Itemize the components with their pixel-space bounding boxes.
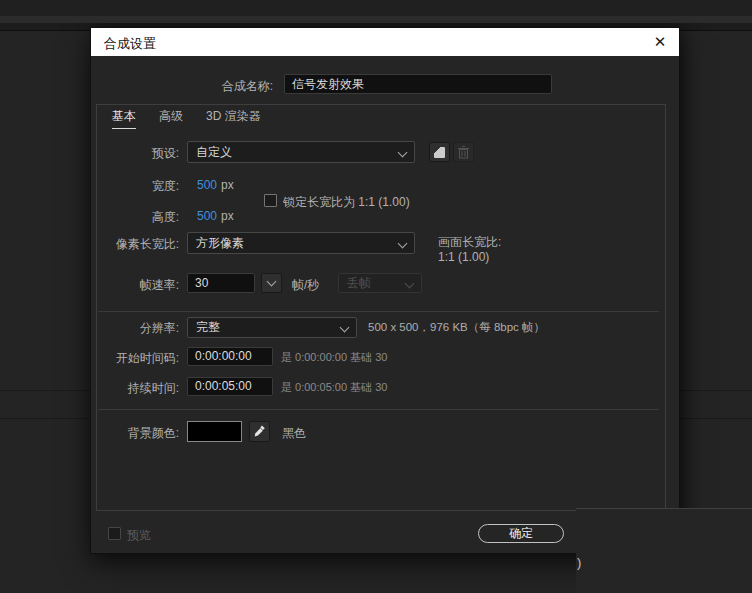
eyedropper-icon xyxy=(253,425,266,438)
width-value[interactable]: 500 xyxy=(197,178,217,192)
chevron-down-icon xyxy=(405,279,415,289)
timeline-bottom-edge xyxy=(0,0,752,16)
save-preset-button[interactable] xyxy=(429,142,450,162)
lock-aspect-checkbox[interactable] xyxy=(264,194,277,207)
trash-icon xyxy=(458,146,469,159)
drop-frames-value: 丢帧 xyxy=(347,276,371,290)
eyedropper-button[interactable] xyxy=(249,421,270,442)
duration-label: 持续时间: xyxy=(91,380,179,397)
pixel-aspect-label: 像素长宽比: xyxy=(91,236,179,253)
foreground-panel-corner: ) xyxy=(576,508,752,593)
start-timecode-info: 是 0:00:00:00 基础 30 xyxy=(281,350,387,365)
frame-rate-input[interactable]: 30 xyxy=(187,273,255,293)
frame-aspect-label: 画面长宽比: xyxy=(438,234,501,251)
height-unit: px xyxy=(221,209,234,223)
duration-input[interactable]: 0:00:05:00 xyxy=(187,377,273,396)
frame-rate-preset-button[interactable] xyxy=(261,273,282,293)
resolution-dropdown[interactable]: 完整 xyxy=(187,317,357,338)
resolution-info: 500 x 500，976 KB（每 8bpc 帧） xyxy=(368,320,545,335)
chevron-down-icon xyxy=(398,148,408,158)
preview-checkbox xyxy=(108,527,121,540)
settings-groupbox xyxy=(96,104,666,511)
delete-preset-button xyxy=(453,142,474,162)
preset-dropdown[interactable]: 自定义 xyxy=(187,141,415,163)
frame-aspect-value: 1:1 (1.00) xyxy=(438,250,489,264)
drop-frames-dropdown: 丢帧 xyxy=(338,273,422,293)
frame-rate-label: 帧速率: xyxy=(91,277,179,294)
start-timecode-input[interactable]: 0:00:00:00 xyxy=(187,347,273,366)
tab-3d-renderer[interactable]: 3D 渲染器 xyxy=(206,108,261,129)
width-unit: px xyxy=(221,178,234,192)
height-value[interactable]: 500 xyxy=(197,209,217,223)
chevron-down-icon xyxy=(267,277,277,287)
preview-label: 预览 xyxy=(127,527,151,544)
section-divider xyxy=(98,311,659,312)
height-label: 高度: xyxy=(91,209,179,226)
pixel-aspect-dropdown[interactable]: 方形像素 xyxy=(187,232,415,254)
tab-basic[interactable]: 基本 xyxy=(112,108,136,129)
bg-color-name: 黑色 xyxy=(282,425,306,442)
tab-bar: 基本 高级 3D 渲染器 xyxy=(112,108,261,129)
close-icon[interactable]: ✕ xyxy=(645,28,675,56)
composition-name-label: 合成名称: xyxy=(188,78,273,95)
tab-advanced[interactable]: 高级 xyxy=(159,108,183,129)
bg-color-label: 背景颜色: xyxy=(91,425,179,442)
section-divider xyxy=(98,409,659,410)
screen: 0:00:00:00 | 注释 ) 合成设置 ✕ 合成名称: 信号发射效果 基本… xyxy=(0,0,752,593)
save-preset-icon xyxy=(434,147,445,158)
resolution-value: 完整 xyxy=(196,320,220,334)
dialog-title: 合成设置 xyxy=(104,35,156,53)
chevron-down-icon xyxy=(398,239,408,249)
frame-rate-unit: 帧/秒 xyxy=(292,277,319,294)
duration-info: 是 0:00:05:00 基础 30 xyxy=(281,380,387,395)
preset-value: 自定义 xyxy=(196,145,232,159)
dialog-titlebar[interactable]: 合成设置 ✕ xyxy=(91,28,679,56)
lock-aspect-label: 锁定长宽比为 1:1 (1.00) xyxy=(283,194,410,211)
resolution-label: 分辨率: xyxy=(91,320,179,337)
preset-label: 预设: xyxy=(91,145,179,162)
start-timecode-label: 开始时间码: xyxy=(91,350,179,367)
width-label: 宽度: xyxy=(91,178,179,195)
composition-name-input[interactable]: 信号发射效果 xyxy=(284,74,552,94)
bg-color-swatch[interactable] xyxy=(187,421,242,442)
chevron-down-icon xyxy=(340,323,350,333)
ok-button[interactable]: 确定 xyxy=(478,524,564,543)
composition-settings-dialog: 合成设置 ✕ 合成名称: 信号发射效果 基本 高级 3D 渲染器 预设: 自定义 xyxy=(90,27,680,554)
pixel-aspect-value: 方形像素 xyxy=(196,236,244,250)
occluded-text-fragment: ) xyxy=(577,555,581,570)
